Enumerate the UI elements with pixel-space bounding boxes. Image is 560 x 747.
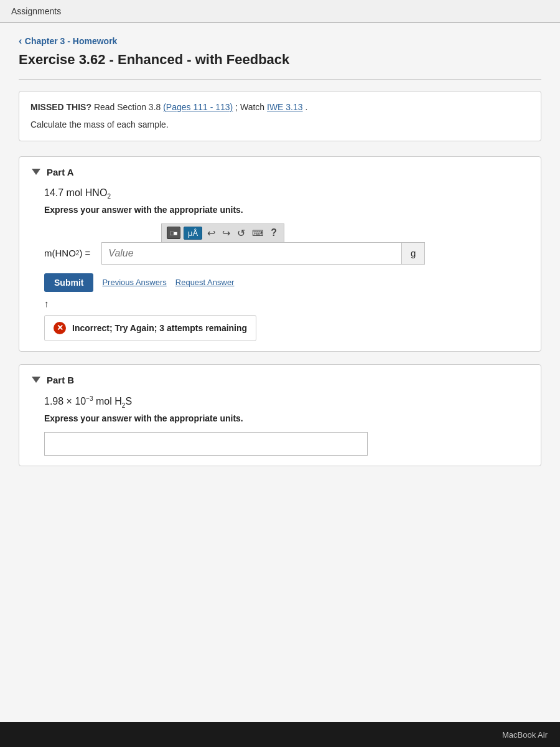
bottom-label: MacBook Air bbox=[502, 730, 548, 740]
missed-text: Read Section 3.8 bbox=[94, 102, 163, 112]
submit-btn-a[interactable]: Submit bbox=[44, 273, 93, 292]
request-answer-link[interactable]: Request Answer bbox=[175, 278, 235, 287]
answer-area-a: □■ μÅ ↩ ↪ ↺ ⌨ bbox=[44, 223, 528, 265]
period: . bbox=[305, 102, 307, 112]
part-a-body: 14.7 mol HNO2 Express your answer with t… bbox=[32, 187, 528, 341]
calculate-instruction: Calculate the mass of each sample. bbox=[30, 118, 530, 131]
part-b-formula: 1.98 × 10−3 mol H2S bbox=[44, 395, 528, 409]
pages-link[interactable]: (Pages 111 - 113) bbox=[163, 102, 233, 112]
part-a-label: Part A bbox=[47, 167, 74, 177]
incorrect-box-a: ✕ Incorrect; Try Again; 3 attempts remai… bbox=[44, 315, 256, 341]
missed-label: MISSED THIS? bbox=[30, 102, 91, 112]
refresh-btn[interactable]: ↺ bbox=[235, 227, 247, 239]
answer-label-a: m(HNO2) = bbox=[44, 248, 90, 258]
part-b-input-area[interactable] bbox=[44, 432, 368, 456]
assignments-label: Assignments bbox=[11, 6, 61, 16]
info-box: MISSED THIS? Read Section 3.8 (Pages 111… bbox=[19, 91, 541, 141]
main-content: Chapter 3 - Homework Exercise 3.62 - Enh… bbox=[0, 23, 560, 722]
part-a-section: Part A 14.7 mol HNO2 Express your answer… bbox=[19, 156, 541, 352]
help-btn[interactable]: ? bbox=[269, 227, 279, 238]
top-bar: Assignments bbox=[0, 0, 560, 23]
previous-answers-link[interactable]: Previous Answers bbox=[102, 278, 166, 287]
separator: ; Watch bbox=[235, 102, 267, 112]
incorrect-text: Incorrect; Try Again; 3 attempts remaini… bbox=[72, 323, 247, 333]
undo-btn[interactable]: ↩ bbox=[205, 227, 217, 239]
exercise-title: Exercise 3.62 - Enhanced - with Feedback bbox=[19, 52, 541, 68]
part-a-instruction: Express your answer with the appropriate… bbox=[44, 205, 528, 215]
submit-row-a: Submit Previous Answers Request Answer bbox=[44, 273, 528, 292]
keyboard-btn[interactable]: ⌨ bbox=[250, 228, 266, 238]
value-input-a[interactable] bbox=[102, 243, 401, 264]
triangle-icon-a bbox=[32, 169, 40, 175]
bottom-bar: MacBook Air bbox=[0, 722, 560, 747]
cursor-indicator: ↑ bbox=[44, 298, 528, 309]
part-b-body: 1.98 × 10−3 mol H2S Express your answer … bbox=[32, 395, 528, 456]
incorrect-icon: ✕ bbox=[54, 322, 66, 334]
part-b-label: Part B bbox=[47, 375, 74, 385]
redo-btn[interactable]: ↪ bbox=[220, 227, 232, 239]
part-b-header[interactable]: Part B bbox=[32, 375, 528, 385]
part-b-instruction: Express your answer with the appropriate… bbox=[44, 413, 528, 423]
subscript-btn[interactable]: □■ bbox=[167, 227, 180, 239]
symbol-btn[interactable]: μÅ bbox=[184, 227, 202, 240]
breadcrumb-link[interactable]: Chapter 3 - Homework bbox=[19, 36, 117, 46]
part-a-formula: 14.7 mol HNO2 bbox=[44, 187, 528, 200]
answer-input-row-a: g bbox=[101, 242, 425, 265]
triangle-icon-b bbox=[32, 377, 40, 383]
part-a-header[interactable]: Part A bbox=[32, 167, 528, 177]
iwe-link[interactable]: IWE 3.13 bbox=[267, 102, 303, 112]
unit-label-a: g bbox=[401, 243, 424, 264]
input-wrapper-a: m(HNO2) = g bbox=[44, 242, 528, 265]
part-b-section: Part B 1.98 × 10−3 mol H2S Express your … bbox=[19, 364, 541, 467]
